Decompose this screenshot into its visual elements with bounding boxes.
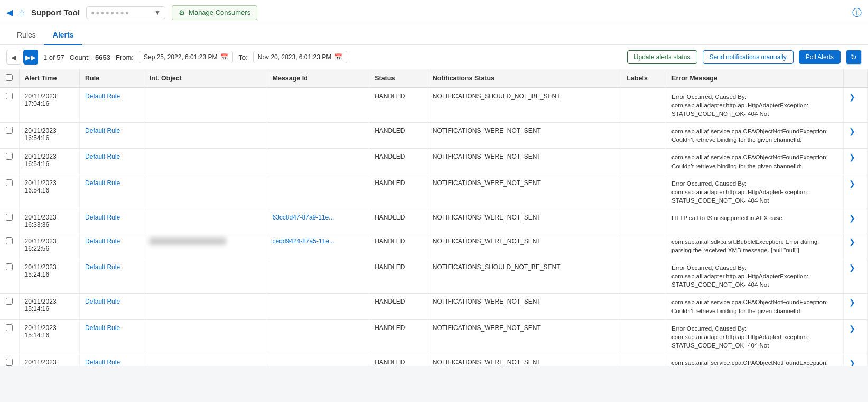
notifications-status: NOTIFICATIONS_SHOULD_NOT_BE_SENT xyxy=(427,88,621,123)
rule[interactable]: Default Rule xyxy=(80,319,144,354)
rule[interactable]: Default Rule xyxy=(80,354,144,366)
chevron-right-icon[interactable]: ❯ xyxy=(849,324,855,333)
page-total: 57 xyxy=(57,53,64,61)
row-action-cell: ❯ xyxy=(843,88,867,123)
chevron-right-icon[interactable]: ❯ xyxy=(849,263,855,272)
error-message: com.sap.aii.af.service.cpa.CPAObjectNotF… xyxy=(666,149,844,175)
rule[interactable]: Default Rule xyxy=(80,259,144,294)
tab-rules[interactable]: Rules xyxy=(8,25,44,45)
labels xyxy=(621,175,666,209)
header-int-object: Int. Object xyxy=(144,69,267,88)
header-alert-time: Alert Time xyxy=(19,69,80,88)
update-alerts-button[interactable]: Update alerts status xyxy=(627,50,697,64)
rule[interactable]: Default Rule xyxy=(80,123,144,149)
row-checkbox[interactable] xyxy=(6,263,13,270)
int-object xyxy=(144,319,267,354)
row-checkbox-cell xyxy=(0,233,19,259)
int-object xyxy=(144,209,267,233)
chevron-right-icon[interactable]: ❯ xyxy=(849,237,855,246)
calendar-to-icon[interactable]: 📅 xyxy=(334,53,342,61)
alert-time: 20/11/2023 16:54:16 xyxy=(19,123,80,149)
next-page-button[interactable]: ▶▶ xyxy=(23,50,38,65)
message-id xyxy=(267,319,369,354)
row-checkbox-cell xyxy=(0,209,19,233)
chevron-right-icon[interactable]: ❯ xyxy=(849,127,855,135)
row-checkbox[interactable] xyxy=(6,359,13,366)
to-date-value: Nov 20, 2023, 6:01:23 PM xyxy=(258,53,331,61)
chevron-right-icon[interactable]: ❯ xyxy=(849,179,855,188)
status: HANDLED xyxy=(369,233,427,259)
row-checkbox[interactable] xyxy=(6,153,13,160)
message-id[interactable]: cedd9424-87a5-11e... xyxy=(267,233,369,259)
rule[interactable]: Default Rule xyxy=(80,233,144,259)
page-of: of xyxy=(49,53,57,61)
int-object xyxy=(144,123,267,149)
row-checkbox[interactable] xyxy=(6,127,13,134)
rule[interactable]: Default Rule xyxy=(80,88,144,123)
chevron-right-icon[interactable]: ❯ xyxy=(849,359,855,366)
notifications-status: NOTIFICATIONS_WERE_NOT_SENT xyxy=(427,175,621,209)
row-checkbox[interactable] xyxy=(6,237,13,244)
row-action-cell: ❯ xyxy=(843,294,867,319)
error-message: Error Occurred, Caused By: com.sap.aii.a… xyxy=(666,175,844,209)
row-checkbox[interactable] xyxy=(6,93,13,99)
table-row: 20/11/2023 17:04:16Default RuleHANDLEDNO… xyxy=(0,88,868,123)
message-id[interactable]: 63cc8d47-87a9-11e... xyxy=(267,209,369,233)
row-checkbox[interactable] xyxy=(6,179,13,186)
chevron-right-icon[interactable]: ❯ xyxy=(849,93,855,101)
refresh-button[interactable]: ↻ xyxy=(846,50,862,65)
back-button[interactable]: ◀ xyxy=(6,7,13,17)
row-checkbox[interactable] xyxy=(6,298,13,305)
gear-icon: ⚙ xyxy=(179,8,185,17)
send-notifications-button[interactable]: Send notifications manually xyxy=(703,50,794,64)
from-date-input[interactable]: Sep 25, 2022, 6:01:23 PM 📅 xyxy=(139,51,233,63)
row-checkbox-cell xyxy=(0,88,19,123)
rule[interactable]: Default Rule xyxy=(80,149,144,175)
rule[interactable]: Default Rule xyxy=(80,175,144,209)
prev-page-button[interactable]: ◀ xyxy=(6,50,21,65)
select-all-checkbox[interactable] xyxy=(6,74,13,81)
manage-consumers-button[interactable]: ⚙ Manage Consumers xyxy=(172,5,257,20)
message-id xyxy=(267,259,369,294)
notifications-status: NOTIFICATIONS_WERE_NOT_SENT xyxy=(427,149,621,175)
alert-time: 20/11/2023 15:14:16 xyxy=(19,319,80,354)
table-scroll-area[interactable]: Alert Time Rule Int. Object Message Id S… xyxy=(0,69,868,366)
error-message: com.sap.aii.af.sdk.xi.srt.BubbleExceptio… xyxy=(666,233,844,259)
chevron-right-icon[interactable]: ❯ xyxy=(849,214,855,222)
row-action-cell: ❯ xyxy=(843,209,867,233)
table-row: 20/11/2023 16:33:36Default Rule63cc8d47-… xyxy=(0,209,868,233)
status: HANDLED xyxy=(369,149,427,175)
message-id xyxy=(267,123,369,149)
labels xyxy=(621,88,666,123)
error-message: com.sap.aii.af.service.cpa.CPAObjectNotF… xyxy=(666,123,844,149)
notifications-status: NOTIFICATIONS_WERE_NOT_SENT xyxy=(427,209,621,233)
rule[interactable]: Default Rule xyxy=(80,294,144,319)
manage-consumers-label: Manage Consumers xyxy=(189,8,250,16)
calendar-from-icon[interactable]: 📅 xyxy=(220,53,228,61)
help-button[interactable]: ⓘ xyxy=(852,6,862,19)
row-action-cell: ❯ xyxy=(843,233,867,259)
chevron-right-icon[interactable]: ❯ xyxy=(849,153,855,161)
chevron-right-icon[interactable]: ❯ xyxy=(849,298,855,306)
home-button[interactable]: ⌂ xyxy=(19,7,25,18)
alerts-table: Alert Time Rule Int. Object Message Id S… xyxy=(0,69,868,366)
row-checkbox[interactable] xyxy=(6,324,13,331)
row-checkbox[interactable] xyxy=(6,214,13,221)
int-object: ████████████████ it xyxy=(144,233,267,259)
table-row: 20/11/2023 15:14:16Default RuleHANDLEDNO… xyxy=(0,354,868,366)
rule[interactable]: Default Rule xyxy=(80,209,144,233)
error-message: Error Occurred, Caused By: com.sap.aii.a… xyxy=(666,259,844,294)
message-id xyxy=(267,354,369,366)
tenant-dropdown[interactable]: ●●●●●●●● ▼ xyxy=(86,6,165,19)
tab-alerts[interactable]: Alerts xyxy=(44,25,82,45)
poll-alerts-button[interactable]: Poll Alerts xyxy=(799,50,841,64)
status: HANDLED xyxy=(369,354,427,366)
page-info: 1 of 57 xyxy=(43,53,64,61)
to-date-input[interactable]: Nov 20, 2023, 6:01:23 PM 📅 xyxy=(253,51,347,63)
row-checkbox-cell xyxy=(0,149,19,175)
labels xyxy=(621,149,666,175)
status: HANDLED xyxy=(369,123,427,149)
header-action xyxy=(843,69,867,88)
message-id xyxy=(267,175,369,209)
labels xyxy=(621,354,666,366)
